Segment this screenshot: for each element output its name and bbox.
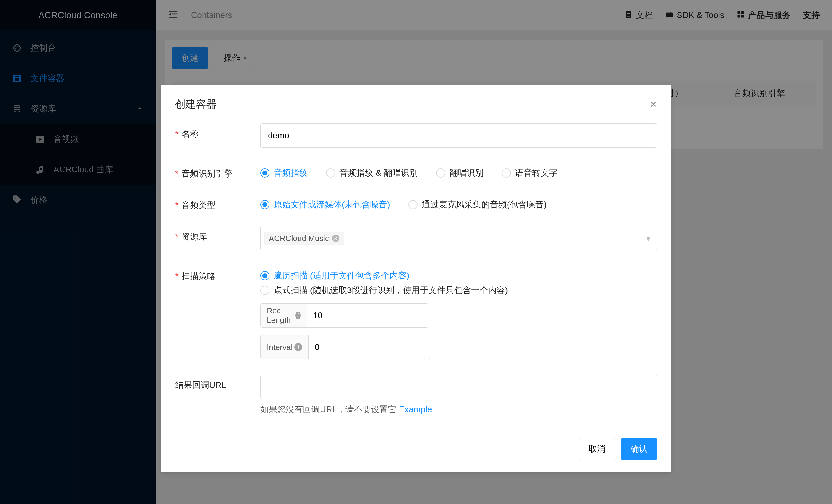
callback-hint: 如果您没有回调URL，请不要设置它 Example [260,404,657,415]
rec-length-addon: Rec Lengthi [260,303,307,328]
interval-addon: Intervali [260,335,309,359]
label-engine: *音频识别引擎 [175,163,260,179]
chevron-down-icon: ▾ [646,234,650,243]
audio-type-option-mic[interactable]: 通过麦克风采集的音频(包含噪音) [408,199,547,210]
label-callback: 结果回调URL [175,374,260,391]
engine-option-fingerprint[interactable]: 音频指纹 [260,167,308,179]
info-icon[interactable]: i [295,312,301,319]
engine-option-cover[interactable]: 翻唱识别 [436,167,484,179]
info-icon[interactable]: i [294,343,302,351]
audio-type-option-raw[interactable]: 原始文件或流媒体(未包含噪音) [260,199,390,210]
bucket-tag: ACRCloud Music ✕ [264,232,344,245]
interval-input[interactable] [309,335,430,359]
scan-option-traverse[interactable]: 遍历扫描 (适用于文件包含多个内容) [260,270,657,282]
tag-label: ACRCloud Music [269,234,329,243]
example-link[interactable]: Example [399,405,432,414]
create-container-modal: 创建容器 ✕ *名称 *音频识别引擎 音频指纹 音频指纹 & 翻唱识别 翻唱识别… [161,85,671,472]
ok-button[interactable]: 确认 [621,438,657,460]
label-audio-type: *音频类型 [175,194,260,211]
label-name: *名称 [175,124,260,140]
buckets-select[interactable]: ACRCloud Music ✕ ▾ [260,226,657,250]
scan-radio-group: 遍历扫描 (适用于文件包含多个内容) 点式扫描 (随机选取3段进行识别，使用于文… [260,266,657,296]
cancel-button[interactable]: 取消 [579,438,615,460]
label-scan: *扫描策略 [175,266,260,282]
label-buckets: *资源库 [175,226,260,243]
engine-option-speech[interactable]: 语音转文字 [502,167,558,179]
modal-title: 创建容器 [175,97,216,111]
engine-option-fingerprint-cover[interactable]: 音频指纹 & 翻唱识别 [326,167,418,179]
audio-type-radio-group: 原始文件或流媒体(未包含噪音) 通过麦克风采集的音频(包含噪音) [260,194,657,210]
name-input[interactable] [260,124,657,148]
close-icon[interactable]: ✕ [650,99,657,109]
callback-url-input[interactable] [260,374,657,399]
scan-option-point[interactable]: 点式扫描 (随机选取3段进行识别，使用于文件只包含一个内容) [260,285,657,296]
tag-remove-icon[interactable]: ✕ [332,235,339,242]
rec-length-input[interactable] [307,303,428,328]
engine-radio-group: 音频指纹 音频指纹 & 翻唱识别 翻唱识别 语音转文字 [260,163,657,179]
